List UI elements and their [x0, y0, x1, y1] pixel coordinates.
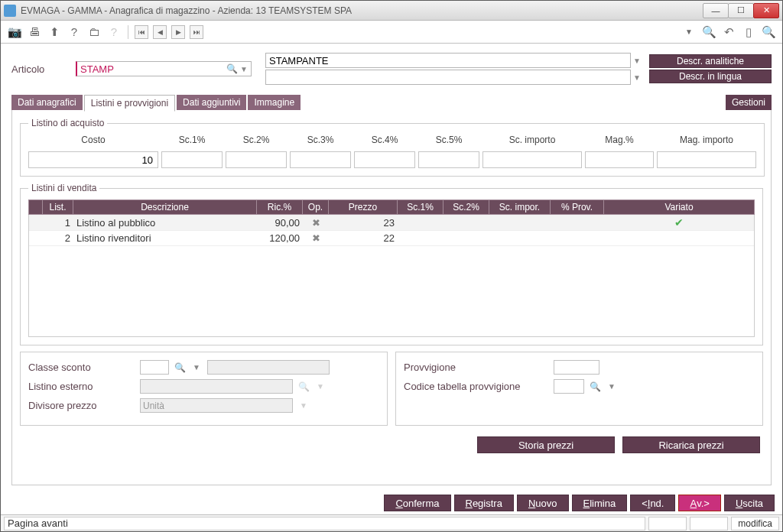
provvigione-input[interactable]: [554, 360, 599, 375]
camera-icon[interactable]: 📷: [7, 24, 22, 40]
minimize-button[interactable]: —: [703, 3, 729, 18]
conferma-button[interactable]: Conferma: [384, 495, 450, 511]
dropdown-icon[interactable]: ▼: [681, 24, 697, 40]
cell-ric: 120,00: [257, 231, 303, 246]
tab-dati-aggiuntivi[interactable]: Dati aggiuntivi: [177, 95, 246, 110]
tabs: Dati anagrafici Listini e provvigioni Da…: [11, 94, 772, 111]
descr-analitiche-button[interactable]: Descr. analitiche: [649, 54, 772, 68]
descrizione2-dropdown-icon[interactable]: ▼: [631, 73, 643, 82]
vendita-col-selector: [29, 200, 43, 215]
acq-sc2-input[interactable]: [226, 151, 287, 168]
codice-tab-dropdown-icon[interactable]: ▼: [606, 382, 618, 391]
storia-prezzi-button[interactable]: Storia prezzi: [477, 436, 615, 453]
vendita-col-op[interactable]: Op.: [303, 200, 329, 215]
divisore-prezzo-select[interactable]: [140, 398, 293, 413]
upload-icon[interactable]: ⬆: [47, 24, 62, 40]
avanti-button[interactable]: Av.>: [678, 495, 720, 511]
indietro-button[interactable]: <Ind.: [630, 495, 675, 511]
listino-esterno-lookup-icon[interactable]: 🔍: [297, 381, 310, 392]
vendita-col-sc1[interactable]: Sc.1%: [398, 200, 443, 215]
page-icon[interactable]: ▯: [741, 24, 756, 40]
vendita-col-prov[interactable]: % Prov.: [551, 200, 604, 215]
cell-descr: Listino al pubblico: [73, 215, 257, 231]
wrench-icon[interactable]: ✖: [312, 232, 320, 244]
provvigione-label: Provvigione: [404, 362, 549, 373]
nav-prev-button[interactable]: ◀: [153, 25, 167, 39]
acq-scimp-input[interactable]: [482, 151, 582, 168]
descrizione-input[interactable]: [265, 53, 631, 68]
nav-first-button[interactable]: ⏮: [135, 25, 148, 39]
tab-immagine[interactable]: Immagine: [248, 95, 301, 110]
vendita-col-ric[interactable]: Ric.%: [257, 200, 303, 215]
acq-sc4-input[interactable]: [354, 151, 415, 168]
maximize-button[interactable]: ☐: [728, 3, 754, 18]
content: Articolo 🔍 ▼ ▼ ▼ Descr. analitiche Descr…: [1, 44, 782, 490]
vendita-table: List. Descrizione Ric.% Op. Prezzo Sc.1%…: [28, 200, 755, 215]
elimina-button[interactable]: Elimina: [572, 495, 628, 511]
price-actions: Storia prezzi Ricarica prezzi: [20, 436, 763, 453]
vendita-col-sc2[interactable]: Sc.2%: [443, 200, 489, 215]
acq-col-sc2: Sc.2%: [226, 135, 287, 148]
vendita-col-list[interactable]: List.: [43, 200, 73, 215]
search-icon[interactable]: 🔍: [701, 24, 716, 40]
cell-ric: 90,00: [257, 215, 303, 231]
vendita-col-variato[interactable]: Variato: [604, 200, 755, 215]
close-button[interactable]: ✕: [753, 3, 779, 18]
acq-magp-input[interactable]: [585, 151, 654, 168]
cell-list: 2: [43, 231, 73, 246]
listino-acquisto-group: Listino di acquisto Costo Sc.1% Sc.2% Sc…: [20, 118, 765, 177]
divisore-prezzo-dropdown-icon[interactable]: ▼: [297, 401, 310, 410]
header-row: Articolo 🔍 ▼ ▼ ▼ Descr. analitiche Descr…: [11, 53, 772, 85]
descrizione-dropdown-icon[interactable]: ▼: [631, 57, 643, 65]
check-icon: ✔: [674, 216, 684, 229]
titlebar: EVMAGA - GAMMA - Anagrafica di magazzino…: [1, 1, 782, 21]
descr-lingua-button[interactable]: Descr. in lingua: [649, 70, 772, 83]
registra-button[interactable]: Registra: [454, 495, 514, 511]
acq-sc3-input[interactable]: [290, 151, 351, 168]
codice-tab-provv-input[interactable]: [554, 379, 584, 394]
help-icon[interactable]: ?: [67, 24, 82, 40]
listino-esterno-input[interactable]: [140, 379, 293, 394]
table-row[interactable]: 1Listino al pubblico90,00✖23✔: [29, 215, 754, 231]
divisore-prezzo-label: Divisore prezzo: [28, 400, 135, 411]
acq-costo-input[interactable]: [28, 151, 158, 168]
cell-descr: Listino rivenditori: [73, 231, 257, 246]
acq-magimp-input[interactable]: [657, 151, 756, 168]
listini-vendita-group: Listini di vendita List. Descrizione Ric…: [20, 183, 763, 345]
vendita-col-descr[interactable]: Descrizione: [73, 200, 257, 215]
ricarica-prezzi-button[interactable]: Ricarica prezzi: [622, 436, 760, 453]
classe-sconto-lookup-icon[interactable]: 🔍: [174, 362, 186, 373]
codice-tab-lookup-icon[interactable]: 🔍: [589, 381, 601, 392]
undo-icon[interactable]: ↶: [721, 24, 736, 40]
vendita-col-prezzo[interactable]: Prezzo: [329, 200, 398, 215]
cell-prezzo: 22: [329, 231, 398, 246]
classe-sconto-code-input[interactable]: [140, 360, 169, 375]
lower-left-group: Classe sconto 🔍 ▼ Listino esterno 🔍 ▼ Di…: [20, 352, 388, 426]
classe-sconto-label: Classe sconto: [28, 362, 135, 373]
acq-sc5-input[interactable]: [418, 151, 479, 168]
nuovo-button[interactable]: Nuovo: [517, 495, 569, 511]
help2-icon[interactable]: ?: [106, 24, 122, 40]
articolo-dropdown-icon[interactable]: ▼: [238, 65, 250, 73]
classe-sconto-dropdown-icon[interactable]: ▼: [190, 363, 203, 371]
print-icon[interactable]: 🖶: [27, 24, 42, 40]
uscita-button[interactable]: Uscita: [724, 495, 775, 511]
status-text: Pagina avanti: [4, 517, 645, 530]
tab-gestioni[interactable]: Gestioni: [726, 95, 772, 110]
tab-listini[interactable]: Listini e provvigioni: [84, 95, 175, 112]
articolo-lookup-icon[interactable]: 🔍: [226, 63, 238, 74]
app-icon: [4, 5, 16, 17]
nav-last-button[interactable]: ⏭: [190, 25, 203, 39]
folder-icon[interactable]: 🗀: [86, 24, 102, 40]
listino-esterno-label: Listino esterno: [28, 381, 135, 392]
wrench-icon[interactable]: ✖: [312, 217, 320, 229]
search2-icon[interactable]: 🔍: [761, 24, 776, 40]
table-row[interactable]: 2Listino rivenditori120,00✖22: [29, 231, 754, 246]
listino-esterno-dropdown-icon[interactable]: ▼: [314, 382, 327, 391]
tab-dati-anagrafici[interactable]: Dati anagrafici: [11, 95, 83, 110]
nav-next-button[interactable]: ▶: [171, 25, 185, 39]
listino-acquisto-legend: Listino di acquisto: [28, 118, 107, 128]
descrizione2-input[interactable]: [265, 70, 631, 85]
vendita-col-scimp[interactable]: Sc. impor.: [489, 200, 551, 215]
acq-sc1-input[interactable]: [161, 151, 223, 168]
